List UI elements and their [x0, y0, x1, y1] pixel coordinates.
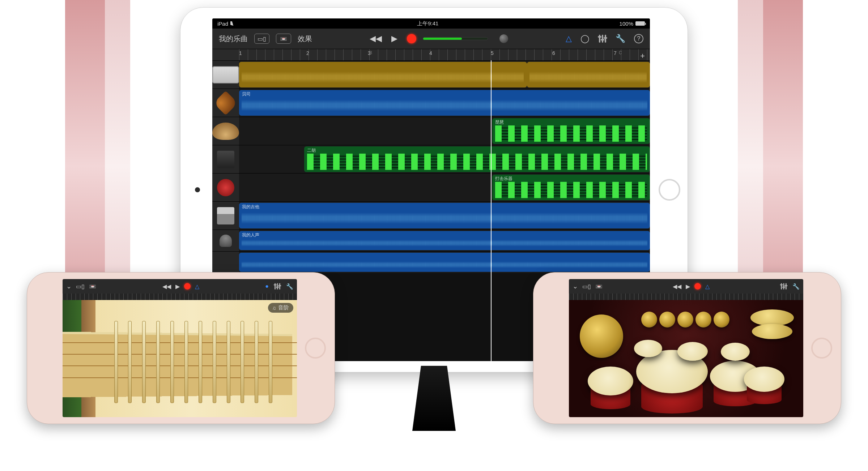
track-header[interactable]	[212, 117, 239, 145]
pipa-fret[interactable]	[269, 321, 272, 403]
track-row[interactable]: 前奏 正歌	[212, 60, 650, 89]
track-header[interactable]	[212, 145, 239, 173]
browser-view-button[interactable]: ▭▯	[582, 283, 591, 290]
record-button[interactable]	[694, 283, 701, 290]
instrument-indicator-icon[interactable]: ●	[265, 283, 269, 290]
drum-head[interactable]	[634, 340, 662, 357]
track-row[interactable]: 贝司	[212, 89, 650, 117]
track-header[interactable]	[212, 230, 239, 251]
pipa-fret[interactable]	[255, 321, 258, 403]
audio-region[interactable]: 贝司	[239, 90, 650, 116]
track-row[interactable]: 我的人声	[212, 230, 650, 251]
track-header[interactable]	[212, 174, 239, 201]
browser-view-button[interactable]: ▭▯	[254, 34, 269, 44]
add-section-button[interactable]: +	[640, 51, 645, 61]
help-button[interactable]: ?	[634, 34, 643, 43]
audio-region[interactable]	[239, 253, 650, 272]
pipa-string[interactable]	[63, 377, 297, 378]
pipa-fret[interactable]	[184, 321, 188, 403]
record-button[interactable]	[407, 34, 416, 43]
drum-head[interactable]	[588, 367, 633, 395]
audio-region[interactable]: 我的人声	[239, 231, 650, 250]
pipa-fret[interactable]	[156, 321, 160, 403]
small-gong[interactable]	[641, 312, 657, 327]
go-to-start-button[interactable]: ◀◀	[673, 283, 681, 290]
settings-icon[interactable]: 🔧	[792, 283, 800, 290]
play-button[interactable]: ▶	[686, 283, 690, 290]
grid-icon: ▭▯	[258, 35, 266, 42]
ipad-home-button[interactable]	[659, 179, 680, 201]
browser-view-button[interactable]: ▭▯	[76, 283, 85, 290]
track-row[interactable]: 二胡	[212, 145, 650, 173]
playhead[interactable]	[491, 60, 492, 361]
metronome-icon[interactable]: △	[566, 34, 572, 43]
back-button[interactable]: ⌄	[66, 282, 72, 290]
pipa-instrument[interactable]: ♫ 音阶	[63, 300, 297, 417]
mixer-icon[interactable]	[780, 283, 787, 290]
track-row[interactable]: 琵琶	[212, 117, 650, 145]
go-to-start-button[interactable]: ◀◀	[370, 34, 382, 43]
pipa-string[interactable]	[63, 354, 297, 355]
master-volume-knob[interactable]	[499, 34, 508, 43]
midi-region[interactable]: 二胡	[304, 146, 650, 172]
loop-browser-icon[interactable]: ◯	[580, 34, 590, 43]
mixer-icon[interactable]	[598, 35, 607, 43]
record-button[interactable]	[184, 283, 191, 290]
track-row[interactable]: 打击乐器	[212, 173, 650, 201]
pipa-string[interactable]	[63, 342, 297, 343]
track-header[interactable]	[212, 89, 239, 117]
play-button[interactable]: ▶	[391, 34, 397, 43]
pipa-fret[interactable]	[199, 321, 202, 403]
audio-region[interactable]	[527, 62, 650, 87]
settings-icon[interactable]: 🔧	[286, 283, 293, 290]
small-gong[interactable]	[659, 312, 675, 327]
back-button[interactable]: ⌄	[573, 282, 578, 290]
iphone-home-button[interactable]	[305, 338, 326, 359]
pipa-fret[interactable]	[128, 321, 132, 403]
timeline-ruler[interactable]: 1 2 3 B 4 5 6 7 C +	[212, 49, 650, 60]
settings-icon[interactable]: 🔧	[616, 34, 625, 43]
phone-ruler[interactable]	[569, 294, 803, 300]
volume-slider[interactable]	[423, 37, 488, 40]
my-songs-button[interactable]: 我的乐曲	[219, 34, 248, 44]
large-gong[interactable]	[580, 314, 623, 358]
pipa-fret[interactable]	[241, 321, 244, 403]
drum-head[interactable]	[721, 343, 750, 361]
pipa-fret[interactable]	[142, 321, 146, 403]
pipa-fret[interactable]	[114, 321, 118, 403]
fx-button[interactable]: 效果	[298, 34, 312, 44]
audio-region[interactable]: 我的吉他	[239, 203, 650, 228]
go-to-start-button[interactable]: ◀◀	[162, 283, 171, 290]
mixer-icon[interactable]	[274, 283, 281, 290]
track-header[interactable]	[212, 61, 239, 89]
small-gong[interactable]	[714, 312, 729, 327]
tracks-view-button[interactable]: 📼	[595, 283, 603, 290]
midi-region[interactable]: 打击乐器	[492, 175, 650, 200]
iphone-home-button[interactable]	[811, 338, 832, 359]
bass-icon	[213, 91, 238, 115]
chinese-drum-kit[interactable]	[569, 300, 803, 417]
track-header[interactable]	[212, 252, 239, 273]
tracks-view-button[interactable]: 📼	[276, 34, 291, 44]
track-row[interactable]	[212, 251, 650, 273]
track-row[interactable]: 我的吉他	[212, 201, 650, 230]
cymbal[interactable]	[752, 324, 792, 339]
metronome-icon[interactable]: △	[195, 283, 199, 290]
play-button[interactable]: ▶	[175, 283, 180, 290]
small-gong[interactable]	[677, 312, 693, 327]
midi-region[interactable]: 琵琶	[492, 118, 650, 144]
track-header[interactable]	[212, 202, 239, 230]
drum-head[interactable]	[677, 342, 708, 361]
pipa-string[interactable]	[63, 365, 297, 366]
pipa-fret[interactable]	[170, 321, 174, 403]
pipa-fret[interactable]	[227, 321, 230, 403]
small-gong[interactable]	[695, 312, 711, 327]
iphone-left-screen: ⌄ ▭▯ 📼 ◀◀ ▶ △ ● 🔧 ♫ 音阶	[63, 279, 297, 417]
scale-button[interactable]: ♫ 音阶	[268, 303, 294, 313]
drum-head[interactable]	[744, 367, 784, 392]
audio-region[interactable]	[239, 62, 527, 87]
metronome-icon[interactable]: △	[705, 283, 710, 290]
phone-ruler[interactable]	[63, 294, 297, 300]
tracks-view-button[interactable]: 📼	[89, 283, 96, 290]
pipa-fret[interactable]	[213, 321, 216, 403]
